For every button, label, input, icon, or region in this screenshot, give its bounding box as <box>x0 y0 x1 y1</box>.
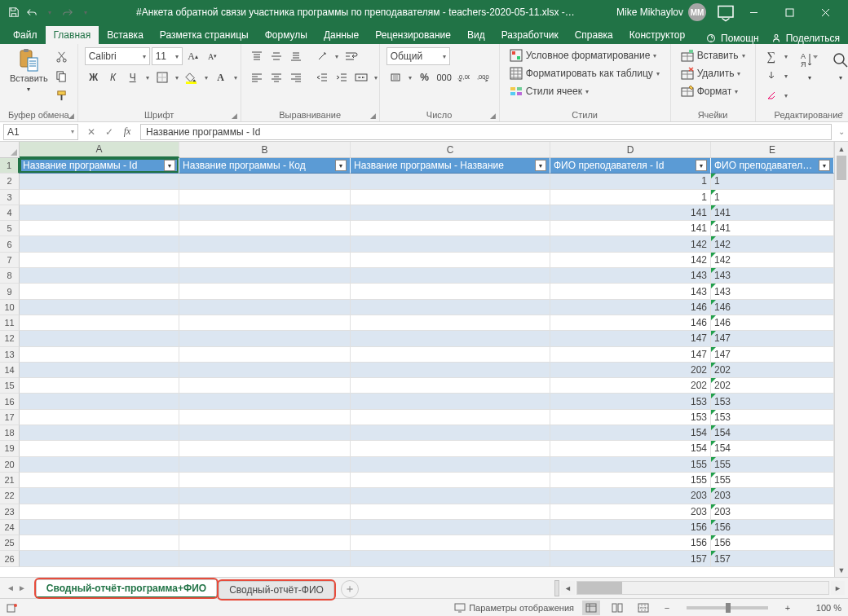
tab-design[interactable]: Конструктор <box>621 26 693 44</box>
cell[interactable] <box>20 520 179 535</box>
cell[interactable] <box>351 551 550 566</box>
cell[interactable]: 154 <box>711 441 834 456</box>
row-header[interactable]: 4 <box>0 205 20 221</box>
cell[interactable] <box>20 363 179 378</box>
cell[interactable] <box>351 535 550 551</box>
cell[interactable] <box>179 347 351 363</box>
cell[interactable]: 202 <box>711 363 834 378</box>
cell[interactable] <box>20 410 179 425</box>
filter-dropdown-icon[interactable]: ▼ <box>819 160 830 171</box>
zoom-in-button[interactable]: + <box>781 603 794 613</box>
row-header[interactable]: 24 <box>0 520 20 535</box>
row-header[interactable]: 6 <box>0 236 20 252</box>
vertical-scrollbar[interactable]: ▲ ▼ <box>834 142 848 577</box>
row-header[interactable]: 9 <box>0 284 20 299</box>
cell[interactable]: 155 <box>711 457 834 473</box>
cell[interactable] <box>20 394 179 409</box>
row-header[interactable]: 2 <box>0 174 20 189</box>
cell[interactable] <box>351 363 550 378</box>
cell[interactable] <box>20 268 179 284</box>
tab-split-handle[interactable] <box>554 580 559 596</box>
cell[interactable] <box>351 253 550 268</box>
cell[interactable] <box>351 520 550 535</box>
cell[interactable]: 154 <box>550 425 711 441</box>
cell[interactable] <box>351 190 550 205</box>
sheet-tab-0[interactable]: Сводный-отчёт-программа+ФИО <box>36 579 217 598</box>
cell[interactable] <box>351 504 550 520</box>
align-left-icon[interactable] <box>248 68 266 86</box>
row-header[interactable]: 3 <box>0 190 20 205</box>
cell[interactable]: 202 <box>711 378 834 394</box>
cell[interactable] <box>20 284 179 299</box>
cell[interactable]: 153 <box>550 394 711 409</box>
cell[interactable]: 153 <box>550 410 711 425</box>
close-button[interactable] <box>807 0 843 24</box>
cell[interactable]: 202 <box>550 363 711 378</box>
row-header[interactable]: 16 <box>0 394 20 409</box>
zoom-slider[interactable] <box>687 606 768 609</box>
cell[interactable]: 146 <box>711 315 834 331</box>
display-settings[interactable]: Параметры отображения <box>454 602 574 614</box>
cancel-formula-icon[interactable]: ✕ <box>83 124 99 140</box>
cell[interactable] <box>179 394 351 409</box>
filter-dropdown-icon[interactable]: ▼ <box>696 160 707 171</box>
maximize-button[interactable] <box>771 0 807 24</box>
format-painter-icon[interactable] <box>53 86 71 104</box>
sort-filter-button[interactable]: AЯ ▾ <box>795 47 824 85</box>
minimize-button[interactable] <box>735 0 771 24</box>
cell[interactable] <box>179 315 351 331</box>
table-header-cell[interactable]: Название программы - Код▼ <box>179 158 351 174</box>
cell[interactable] <box>351 410 550 425</box>
merge-dd-icon[interactable]: ▾ <box>372 74 380 81</box>
format-as-table-button[interactable]: Форматировать как таблицу ▾ <box>506 65 663 81</box>
cell[interactable]: 203 <box>550 488 711 504</box>
cell[interactable] <box>179 221 351 236</box>
cell[interactable] <box>179 410 351 425</box>
row-header[interactable]: 14 <box>0 363 20 378</box>
cell[interactable]: 203 <box>711 488 834 504</box>
cell[interactable] <box>179 205 351 221</box>
cell[interactable]: 142 <box>711 236 834 252</box>
row-header[interactable]: 15 <box>0 378 20 394</box>
cell[interactable] <box>179 190 351 205</box>
cell[interactable]: 141 <box>711 205 834 221</box>
table-header-cell[interactable]: ФИО преподавателя - I▼ <box>711 158 834 174</box>
col-header-C[interactable]: C <box>351 142 550 158</box>
horizontal-scrollbar[interactable]: ◄ ► <box>554 580 848 596</box>
cell[interactable] <box>20 236 179 252</box>
cell[interactable] <box>179 300 351 315</box>
cell[interactable] <box>20 488 179 504</box>
row-header[interactable]: 12 <box>0 331 20 346</box>
cell[interactable] <box>351 300 550 315</box>
align-right-icon[interactable] <box>287 68 305 86</box>
undo-dropdown-icon[interactable]: ▾ <box>41 3 59 21</box>
new-sheet-button[interactable]: ＋ <box>341 580 359 598</box>
cell[interactable] <box>351 284 550 299</box>
row-header[interactable]: 7 <box>0 253 20 268</box>
cell[interactable] <box>179 551 351 566</box>
decrease-indent-icon[interactable] <box>313 68 331 86</box>
select-all-corner[interactable] <box>0 142 20 158</box>
font-name-combo[interactable]: Calibri▾ <box>85 47 150 65</box>
tab-file[interactable]: Файл <box>5 26 46 44</box>
cell[interactable] <box>351 268 550 284</box>
cell[interactable]: 146 <box>550 300 711 315</box>
clear-dd-icon[interactable]: ▾ <box>782 92 790 99</box>
col-header-A[interactable]: A <box>20 142 179 158</box>
cell[interactable]: 157 <box>550 551 711 566</box>
row-header[interactable]: 13 <box>0 347 20 363</box>
ribbon-display-options-icon[interactable] <box>716 3 735 21</box>
table-header-cell[interactable]: Название программы - Название▼ <box>351 158 550 174</box>
row-header[interactable]: 25 <box>0 535 20 551</box>
cell[interactable] <box>20 347 179 363</box>
underline-icon[interactable]: Ч <box>124 68 142 86</box>
scroll-thumb[interactable] <box>837 156 846 180</box>
launcher-icon[interactable]: ◢ <box>370 112 376 120</box>
cell[interactable] <box>20 253 179 268</box>
row-header[interactable]: 22 <box>0 488 20 504</box>
page-break-view-icon[interactable] <box>634 601 652 615</box>
cell[interactable] <box>20 174 179 189</box>
orientation-dd-icon[interactable]: ▾ <box>333 53 341 60</box>
decrease-decimal-icon[interactable]: ,00,0 <box>475 68 492 86</box>
borders-dd-icon[interactable]: ▾ <box>173 74 181 81</box>
